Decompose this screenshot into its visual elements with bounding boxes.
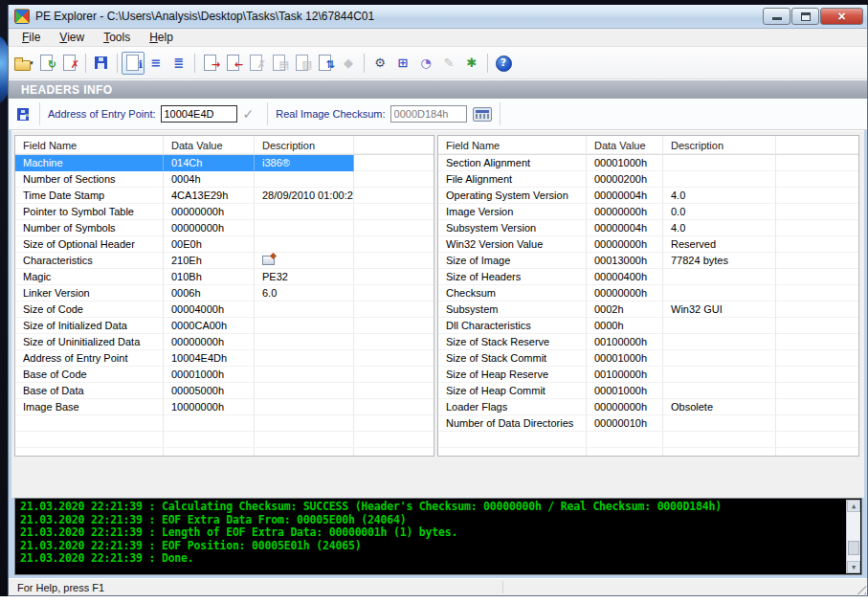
table-row[interactable]: Subsystem Version00000004h4.0: [438, 220, 858, 236]
resource-viewer-button[interactable]: ◔: [414, 52, 437, 75]
table-row[interactable]: Size of Headers00000400h: [438, 269, 858, 285]
menu-view[interactable]: View: [50, 30, 94, 46]
column-header[interactable]: Description: [663, 136, 776, 154]
close-button[interactable]: ×: [820, 8, 863, 25]
open-file-button[interactable]: ▼: [12, 52, 35, 75]
signature-view-button[interactable]: ✎: [437, 52, 460, 75]
empty-cell: [354, 236, 434, 253]
data-directories-view-button[interactable]: ≡: [145, 52, 167, 75]
close-file-icon: ✗: [61, 55, 78, 72]
field-name-cell: Characteristics: [15, 253, 164, 269]
compare-files-button[interactable]: ◆: [337, 52, 360, 75]
disassembler-button[interactable]: ⚙: [368, 52, 391, 75]
table-row[interactable]: Checksum00000000h: [438, 285, 858, 302]
empty-cell: [354, 415, 434, 432]
scroll-down-icon[interactable]: ▼: [847, 561, 860, 573]
table-row[interactable]: Number of Symbols00000000h: [15, 220, 434, 236]
data-value-cell: 0004h: [164, 171, 255, 188]
table-row[interactable]: Operating System Version00000004h4.0: [438, 188, 858, 204]
table-row[interactable]: Base of Data00005000h: [15, 383, 434, 399]
close-file-button[interactable]: ✗: [58, 52, 81, 75]
table-row[interactable]: Size of Stack Commit00001000h: [438, 350, 858, 367]
field-name-cell: Base of Code: [15, 367, 164, 383]
apply-checkmark-icon[interactable]: ✓: [243, 106, 255, 122]
maximize-button[interactable]: [791, 8, 819, 25]
data-value-cell: 0000h: [587, 318, 663, 334]
scroll-up-icon[interactable]: ▲: [847, 500, 860, 512]
calculator-icon[interactable]: [473, 107, 492, 122]
data-value-cell: 00000000h: [164, 334, 255, 350]
table-row[interactable]: Size of Uninitialized Data00000000h: [15, 334, 434, 350]
scrollbar-thumb[interactable]: [848, 541, 859, 555]
dependency-scanner-button[interactable]: ⊞: [391, 52, 414, 75]
column-header[interactable]: Data Value: [164, 136, 255, 154]
table-row[interactable]: Address of Entry Point10004E4Dh: [15, 350, 434, 367]
unpacker-button[interactable]: ✱: [460, 52, 483, 75]
field-name-cell: [15, 415, 164, 432]
help-button[interactable]: ?: [492, 52, 515, 75]
relocation-view-button[interactable]: ▤: [268, 52, 291, 75]
toolbar-separator: [194, 54, 195, 73]
section-headers-view-button[interactable]: ≣: [167, 52, 190, 75]
checksum-recalc-button[interactable]: ⇅: [314, 52, 337, 75]
table-row[interactable]: Pointer to Symbol Table00000000h: [15, 204, 434, 220]
resize-grip[interactable]: [856, 584, 866, 594]
table-row[interactable]: Size of Initialized Data0000CA00h: [15, 318, 434, 334]
table-row[interactable]: Number of Data Directories00000010h: [438, 415, 858, 432]
save-file-button[interactable]: [90, 52, 113, 75]
menu-tools[interactable]: Tools: [94, 30, 140, 46]
empty-cell: [776, 269, 858, 285]
console-scrollbar[interactable]: ▲ ▼: [846, 500, 860, 573]
exception-view-button[interactable]: ✗: [245, 52, 268, 75]
description-cell: [255, 448, 354, 457]
column-header[interactable]: Description: [255, 136, 354, 154]
table-row[interactable]: Linker Version0006h6.0: [15, 285, 434, 302]
table-row[interactable]: Characteristics210Eh: [15, 253, 434, 269]
table-row[interactable]: Size of Optional Header00E0h: [15, 236, 434, 253]
menu-help[interactable]: Help: [140, 30, 183, 46]
table-row[interactable]: Subsystem0002hWin32 GUI: [438, 302, 858, 318]
table-row[interactable]: Number of Sections0004h: [15, 171, 434, 188]
characteristics-flags-icon[interactable]: [262, 256, 275, 265]
column-header-empty: [354, 136, 434, 154]
table-row[interactable]: Size of Heap Reserve00100000h: [438, 367, 858, 383]
table-row[interactable]: Dll Characteristics0000h: [438, 318, 858, 334]
table-row[interactable]: Magic010BhPE32: [15, 269, 434, 285]
debug-info-view-button[interactable]: ▧: [291, 52, 314, 75]
table-row[interactable]: Size of Stack Reserve00100000h: [438, 334, 858, 350]
table-row[interactable]: File Alignment00000200h: [438, 171, 858, 188]
table-row[interactable]: Base of Code00001000h: [15, 367, 434, 383]
toolbar-separator: [39, 102, 40, 125]
data-value-cell: 00000004h: [587, 220, 663, 236]
entry-point-input[interactable]: [161, 105, 237, 123]
reload-file-button[interactable]: ↻: [35, 52, 58, 75]
export-table-view-button[interactable]: →: [199, 52, 222, 75]
table-row[interactable]: Size of Code00004000h: [15, 302, 434, 318]
table-row[interactable]: Image Version00000000h0.0: [438, 204, 858, 220]
description-cell: [255, 415, 354, 432]
compare-files-icon: ◆: [340, 55, 357, 72]
headers-info-view-button[interactable]: ℹ: [122, 52, 145, 75]
table-row[interactable]: Loader Flags00000000hObsolete: [438, 399, 858, 415]
table-row[interactable]: Size of Heap Commit00001000h: [438, 383, 858, 399]
table-row[interactable]: Section Alignment00001000h: [438, 155, 858, 171]
field-name-cell: Size of Code: [15, 302, 164, 318]
table-row[interactable]: Win32 Version Value00000000hReserved: [438, 236, 858, 253]
table-row-selected[interactable]: Machine014Chi386®: [15, 155, 434, 171]
description-cell: 77824 bytes: [663, 253, 776, 269]
column-header[interactable]: Field Name: [438, 136, 587, 154]
minimize-button[interactable]: [763, 8, 790, 25]
import-table-view-button[interactable]: ←: [222, 52, 245, 75]
log-console[interactable]: 21.03.2020 22:21:39 : Calculating Checks…: [14, 498, 862, 575]
table-row[interactable]: Image Base10000000h: [15, 399, 434, 415]
export-table-view-glyph: →: [211, 56, 220, 74]
menu-file[interactable]: File: [12, 30, 50, 46]
table-row[interactable]: Time Date Stamp4CA13E29h28/09/2010 01:00…: [15, 188, 434, 204]
column-header[interactable]: Field Name: [15, 136, 164, 154]
resource-viewer-glyph: ◔: [420, 55, 431, 72]
debug-info-view-icon: ▧: [294, 55, 311, 72]
title-bar[interactable]: PE Explorer - C:\Users\Analysis\Desktop\…: [9, 5, 867, 29]
save-report-icon[interactable]: [16, 107, 32, 122]
table-row[interactable]: Size of Image00013000h77824 bytes: [438, 253, 858, 269]
column-header[interactable]: Data Value: [587, 136, 663, 154]
